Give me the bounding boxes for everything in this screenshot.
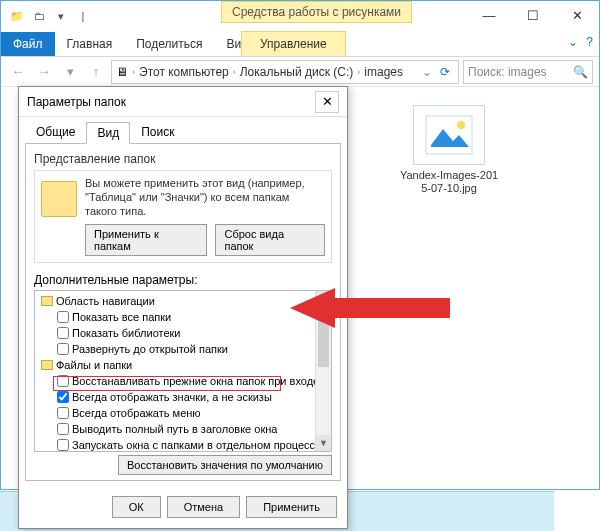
separator-icon: |	[73, 6, 93, 26]
folder-view-group: Вы можете применить этот вид (например, …	[34, 170, 332, 263]
tab-home[interactable]: Главная	[55, 32, 125, 56]
tree-node-files-folders[interactable]: Файлы и папки	[37, 357, 329, 373]
annotation-arrow-icon	[290, 283, 450, 333]
search-icon: 🔍	[573, 65, 588, 79]
dialog-tab-search[interactable]: Поиск	[130, 121, 185, 143]
option-show-libraries[interactable]: Показать библиотеки	[37, 325, 329, 341]
svg-rect-0	[426, 116, 472, 154]
svg-point-2	[457, 121, 465, 129]
dialog-titlebar: Параметры папок ✕	[19, 87, 347, 117]
folder-icon	[41, 360, 53, 370]
dialog-tab-view[interactable]: Вид	[86, 122, 130, 144]
nav-forward-button[interactable]: →	[33, 61, 55, 83]
ribbon-tabs: Файл Главная Поделиться Вид Управление ⌄…	[1, 31, 599, 57]
dialog-tab-general[interactable]: Общие	[25, 121, 86, 143]
group-text: такого типа.	[85, 205, 325, 219]
checkbox[interactable]	[57, 439, 69, 451]
advanced-settings-list: Область навигации Показать все папки Пок…	[34, 290, 332, 452]
tab-share[interactable]: Поделиться	[124, 32, 214, 56]
checkbox[interactable]	[57, 327, 69, 339]
ok-button[interactable]: ОК	[112, 496, 161, 518]
tab-file[interactable]: Файл	[1, 32, 55, 56]
breadcrumb[interactable]: 🖥 › Этот компьютер › Локальный диск (C:)…	[111, 60, 459, 84]
group-title: Представление папок	[34, 152, 332, 166]
scroll-down-icon[interactable]: ▼	[316, 435, 331, 451]
tree-node-navigation[interactable]: Область навигации	[37, 293, 329, 309]
breadcrumb-dropdown-icon[interactable]: ⌄	[422, 65, 432, 79]
breadcrumb-item[interactable]: Этот компьютер	[139, 65, 229, 79]
minimize-button[interactable]: —	[467, 1, 511, 29]
window-close-button[interactable]: ✕	[555, 1, 599, 29]
file-name-label: Yandex-Images-2015-07-10.jpg	[399, 169, 499, 195]
folder-icon	[41, 181, 77, 217]
help-icon[interactable]: ?	[586, 35, 593, 49]
checkbox[interactable]	[57, 311, 69, 323]
folder-icon	[41, 296, 53, 306]
ribbon-expand-icon[interactable]: ⌄	[568, 35, 578, 49]
refresh-icon[interactable]: ⟳	[436, 65, 454, 79]
group-text: Вы можете применить этот вид (например,	[85, 177, 325, 191]
explorer-titlebar: 📁 🗀 ▾ | Средства работы с рисунками — ☐ …	[1, 1, 599, 31]
chevron-right-icon: ›	[357, 67, 360, 77]
advanced-params-label: Дополнительные параметры:	[34, 273, 332, 287]
checkbox[interactable]	[57, 391, 69, 403]
checkbox[interactable]	[57, 423, 69, 435]
crop-mask	[554, 491, 600, 531]
dialog-title: Параметры папок	[27, 95, 126, 109]
contextual-tab-label: Средства работы с рисунками	[221, 1, 412, 23]
apply-button[interactable]: Применить	[246, 496, 337, 518]
search-placeholder: Поиск: images	[468, 65, 547, 79]
option-separate-process[interactable]: Запускать окна с папками в отдельном про…	[37, 437, 329, 452]
checkbox[interactable]	[57, 343, 69, 355]
quick-dropdown-icon[interactable]: ▾	[51, 6, 71, 26]
breadcrumb-root-icon: 🖥	[116, 65, 128, 79]
breadcrumb-item[interactable]: Локальный диск (C:)	[240, 65, 354, 79]
reset-folders-button[interactable]: Сброс вида папок	[215, 224, 325, 256]
option-show-all-folders[interactable]: Показать все папки	[37, 309, 329, 325]
dialog-close-button[interactable]: ✕	[315, 91, 339, 113]
tab-manage[interactable]: Управление	[241, 31, 346, 56]
option-expand-to-open[interactable]: Развернуть до открытой папки	[37, 341, 329, 357]
address-bar: ← → ▾ ↑ 🖥 › Этот компьютер › Локальный д…	[1, 57, 599, 87]
breadcrumb-item[interactable]: images	[364, 65, 403, 79]
folder-icon: 📁	[7, 6, 27, 26]
nav-back-button[interactable]: ←	[7, 61, 29, 83]
apply-to-folders-button[interactable]: Применить к папкам	[85, 224, 207, 256]
nav-history-icon[interactable]: ▾	[59, 61, 81, 83]
chevron-right-icon: ›	[233, 67, 236, 77]
quick-access-icon[interactable]: 🗀	[29, 6, 49, 26]
option-full-path[interactable]: Выводить полный путь в заголовке окна	[37, 421, 329, 437]
option-always-menu[interactable]: Всегда отображать меню	[37, 405, 329, 421]
search-input[interactable]: Поиск: images 🔍	[463, 60, 593, 84]
group-text: "Таблица" или "Значки") ко всем папкам	[85, 191, 325, 205]
svg-marker-3	[290, 288, 450, 328]
cancel-button[interactable]: Отмена	[167, 496, 240, 518]
file-item[interactable]: Yandex-Images-2015-07-10.jpg	[399, 105, 499, 195]
chevron-right-icon: ›	[132, 67, 135, 77]
restore-defaults-button[interactable]: Восстановить значения по умолчанию	[118, 455, 332, 475]
option-restore-windows[interactable]: Восстанавливать прежние окна папок при в…	[37, 373, 329, 389]
nav-up-button[interactable]: ↑	[85, 61, 107, 83]
option-always-icons[interactable]: Всегда отображать значки, а не эскизы	[37, 389, 329, 405]
dialog-tabs: Общие Вид Поиск	[19, 117, 347, 143]
checkbox[interactable]	[57, 407, 69, 419]
checkbox[interactable]	[57, 375, 69, 387]
image-thumbnail-icon	[413, 105, 485, 165]
maximize-button[interactable]: ☐	[511, 1, 555, 29]
